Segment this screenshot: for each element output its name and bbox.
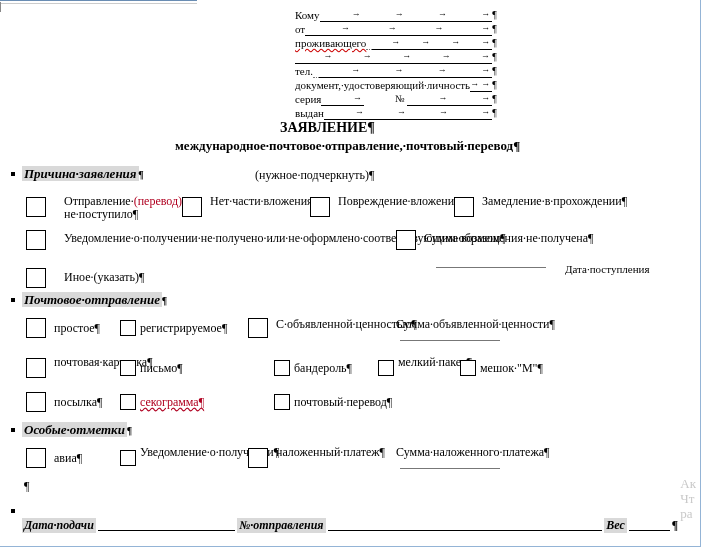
underline-weight[interactable] (629, 518, 670, 531)
pilcrow: ¶ (492, 106, 497, 120)
label-sum-cod: Сумма·наложенного·платежа¶ (396, 446, 556, 472)
label-no-compensation: Сумма·возмещения·не·получена¶ (424, 232, 584, 245)
section-marks-heading: Особые·отметки¶ (22, 422, 132, 438)
label-small-packet: мелкий·пакет¶ (398, 356, 458, 369)
checkbox-declared-value[interactable] (248, 318, 268, 338)
label-other: Иное·(указать)¶ (64, 271, 144, 284)
footer-date: Дата·подачи (22, 518, 96, 533)
pilcrow: ¶ (492, 64, 497, 78)
tab-arrow: → (395, 7, 404, 21)
tab-arrow: → (442, 49, 451, 63)
underline-date[interactable] (98, 518, 235, 531)
note-underline: (нужное·подчеркнуть)¶ (255, 168, 374, 183)
checkbox-damage[interactable] (310, 197, 330, 217)
label-doc: документ,·удостоверяющий·личность (295, 78, 470, 92)
footer-no: №·отправления (237, 518, 325, 533)
checkbox-delay[interactable] (454, 197, 474, 217)
label-receipt-date: Дата·поступления (565, 263, 649, 276)
tab-arrow: → (481, 7, 490, 21)
pilcrow: ¶ (139, 169, 144, 180)
tab-arrow: → (355, 105, 364, 119)
checkbox-cod[interactable] (248, 448, 268, 468)
section-postal-text: Почтовое·отправление (22, 292, 162, 307)
checkbox-bag-m[interactable] (460, 360, 476, 376)
tab-arrow: → (434, 21, 443, 35)
clip-line: Ак (680, 476, 696, 491)
checkbox-missing-part[interactable] (182, 197, 202, 217)
title: ЗАЯВЛЕНИЕ¶ (280, 120, 375, 136)
checkbox-other[interactable] (26, 268, 46, 288)
tab-arrow: → (481, 63, 490, 77)
clipped-sidebar-text: Ак Чт ра (680, 476, 696, 521)
clip-line: Чт (680, 491, 696, 506)
pilcrow: ¶ (492, 36, 497, 50)
bullet-icon (11, 509, 15, 513)
checkbox-letter[interactable] (120, 360, 136, 376)
label-postcard: почтовая·карточка¶ (54, 356, 124, 369)
tab-arrow: → (395, 63, 404, 77)
tab-arrow: → (397, 105, 406, 119)
tab-arrow: → (481, 91, 490, 105)
label-missing-part: Нет·части·вложения¶ (210, 195, 290, 208)
checkbox-small-packet[interactable] (378, 360, 394, 376)
checkbox-simple[interactable] (26, 318, 46, 338)
label-delay: Замедление·в·прохождении¶ (482, 195, 592, 208)
section-postal-heading: Почтовое·отправление¶ (22, 292, 167, 308)
checkbox-no-compensation[interactable] (396, 230, 416, 250)
tab-arrow: → (391, 35, 400, 49)
checkbox-secogram[interactable] (120, 394, 136, 410)
label-notice-not-received: Уведомление·о·получении·не·получено·или·… (64, 232, 394, 245)
label-registered: регистрируемое¶ (140, 322, 227, 335)
underline-compensation[interactable] (436, 258, 546, 271)
bullet-icon (11, 428, 15, 432)
label-not-delivered: Отправление·(перевод)·не·поступило¶ (64, 195, 174, 221)
tab-arrow: → (402, 49, 411, 63)
checkbox-postcard[interactable] (26, 358, 46, 378)
bullet-icon (11, 298, 15, 302)
checkbox-parcel[interactable] (26, 392, 46, 412)
checkbox-registered[interactable] (120, 320, 136, 336)
tab-arrow: → (438, 63, 447, 77)
checkbox-banderol[interactable] (274, 360, 290, 376)
tab-arrow: → (451, 35, 460, 49)
tab-arrow: → (470, 77, 479, 91)
tab-arrow: → (323, 49, 332, 63)
label-damage: Повреждение·вложения¶ (338, 195, 438, 208)
tab-arrow: → (481, 35, 490, 49)
tab-arrow: → (388, 21, 397, 35)
tab-arrow: → (363, 49, 372, 63)
label-tel: тел. (295, 64, 313, 78)
tab-arrow: → (438, 91, 447, 105)
tab-arrow: → (421, 35, 430, 49)
checkbox-postal-transfer[interactable] (274, 394, 290, 410)
checkbox-delivery-notice[interactable] (120, 450, 136, 466)
tab-arrow: → (481, 49, 490, 63)
label-letter: письмо¶ (140, 362, 183, 375)
pilcrow: ¶ (492, 50, 497, 64)
tab-arrow: → (438, 7, 447, 21)
tab-arrow: → (481, 105, 490, 119)
checkbox-avia[interactable] (26, 448, 46, 468)
subtitle: международное·почтовое·отправление,·почт… (175, 138, 520, 154)
tab-arrow: → (481, 21, 490, 35)
document-page: Кому→→→→¶ от→→→→¶ проживающего→→→→¶ →→→→… (0, 0, 701, 547)
pilcrow: ¶ (492, 78, 497, 92)
label-sum-declared: Сумма·объявленной·ценности¶ (396, 318, 536, 344)
checkbox-not-delivered[interactable] (26, 197, 46, 217)
section-marks-text: Особые·отметки (22, 422, 127, 437)
footer-row: Дата·подачи №·отправления Вес ¶ (22, 518, 678, 533)
checkbox-notice-not-received[interactable] (26, 230, 46, 250)
label-simple: простое¶ (54, 322, 100, 335)
pilcrow: ¶ (162, 295, 167, 306)
label-issued: выдан (295, 106, 324, 120)
tab-arrow: → (351, 63, 360, 77)
tab-arrow: → (341, 21, 350, 35)
ruler-mark (0, 2, 5, 12)
label-no: № (395, 92, 405, 106)
underline-no[interactable] (328, 518, 603, 531)
label-avia: авиа¶ (54, 452, 82, 465)
label-delivery-notice: Уведомление·о·получении¶ (140, 446, 250, 459)
label-postal-transfer: почтовый·перевод¶ (294, 396, 392, 409)
tab-arrow: → (481, 77, 490, 91)
bullet-icon (11, 172, 15, 176)
